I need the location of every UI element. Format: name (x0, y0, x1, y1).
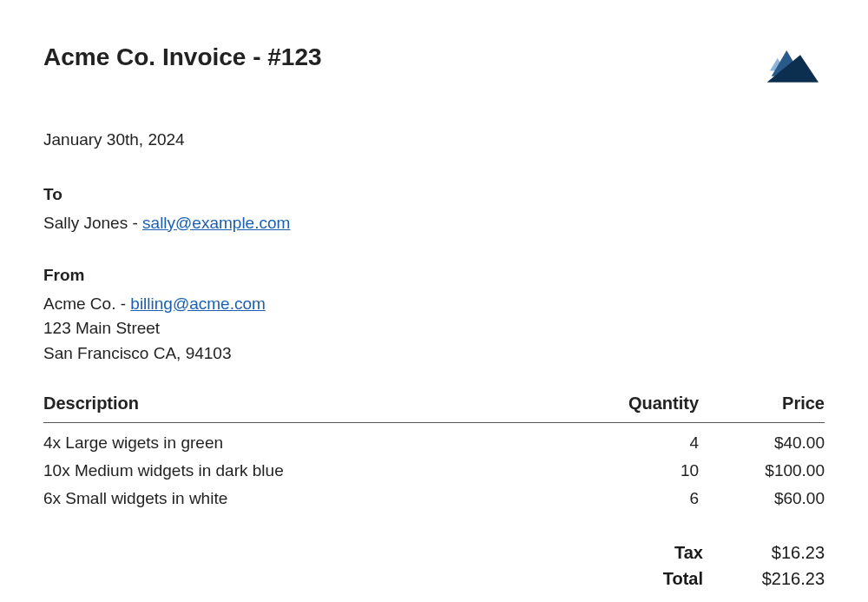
total-row: Total $216.23 (43, 566, 825, 592)
cell-price: $60.00 (699, 482, 825, 510)
summary-block: Tax $16.23 Total $216.23 (43, 539, 825, 592)
page-title: Acme Co. Invoice - #123 (43, 43, 322, 71)
to-email-link[interactable]: sally@example.com (142, 214, 290, 232)
cell-description: 10x Medium widgets in dark blue (43, 454, 550, 482)
from-address-1: 123 Main Street (43, 316, 825, 341)
to-line: Sally Jones - sally@example.com (43, 211, 825, 236)
total-label: Total (43, 566, 703, 592)
col-description: Description (43, 394, 550, 423)
table-header-row: Description Quantity Price (43, 394, 825, 423)
invoice-date: January 30th, 2024 (43, 130, 825, 149)
cell-price: $100.00 (699, 454, 825, 482)
separator: - (115, 294, 130, 313)
header: Acme Co. Invoice - #123 (43, 43, 825, 87)
table-row: 6x Small widgets in white 6 $60.00 (43, 482, 825, 510)
col-price: Price (699, 394, 825, 423)
tax-value: $16.23 (703, 539, 825, 566)
cell-description: 4x Large wigets in green (43, 423, 550, 455)
col-quantity: Quantity (550, 394, 699, 423)
cell-quantity: 4 (550, 423, 699, 455)
line-items-table: Description Quantity Price 4x Large wige… (43, 394, 825, 510)
mountain-logo-icon (764, 43, 825, 87)
separator: - (128, 214, 142, 232)
from-email-link[interactable]: billing@acme.com (130, 294, 266, 313)
from-line: Acme Co. - billing@acme.com (43, 292, 825, 317)
cell-price: $40.00 (699, 423, 825, 455)
to-block: To Sally Jones - sally@example.com (43, 182, 825, 235)
total-value: $216.23 (703, 566, 825, 592)
to-label: To (43, 182, 825, 208)
table-row: 4x Large wigets in green 4 $40.00 (43, 423, 825, 455)
cell-description: 6x Small widgets in white (43, 482, 550, 510)
tax-row: Tax $16.23 (43, 539, 825, 566)
tax-label: Tax (43, 539, 703, 566)
from-label: From (43, 263, 825, 288)
from-name: Acme Co. (43, 294, 115, 313)
from-block: From Acme Co. - billing@acme.com 123 Mai… (43, 263, 825, 366)
to-name: Sally Jones (43, 214, 128, 232)
table-row: 10x Medium widgets in dark blue 10 $100.… (43, 454, 825, 482)
cell-quantity: 6 (550, 482, 699, 510)
cell-quantity: 10 (550, 454, 699, 482)
from-address-2: San Francisco CA, 94103 (43, 341, 825, 367)
